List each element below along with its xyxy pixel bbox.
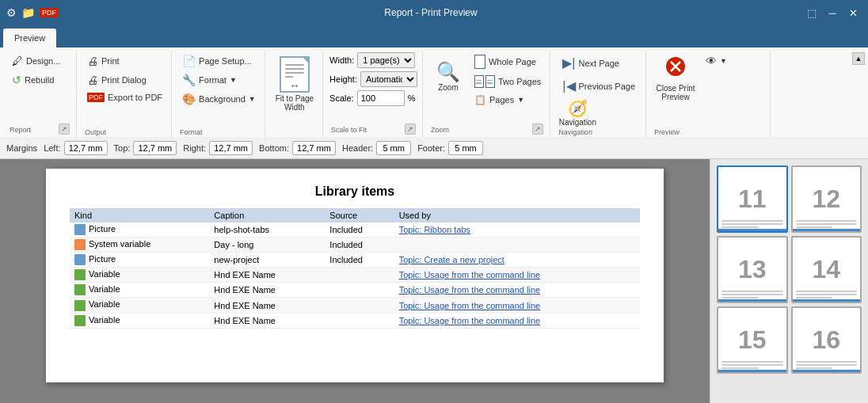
table-row: Variable Hnd EXE Name Topic: Usage from … — [70, 268, 640, 283]
ribbon-collapse-button[interactable]: ▲ — [852, 52, 865, 65]
scale-percent: % — [408, 93, 416, 103]
thumbnail-item[interactable]: 11 — [717, 165, 788, 233]
fit-group-content: ↔ Fit to PageWidth — [272, 52, 318, 127]
zoom-label: Zoom — [438, 83, 459, 92]
design-button[interactable]: 🖊 Design... — [8, 52, 71, 70]
right-label: Right: — [183, 143, 206, 153]
top-margin-field: Top: — [114, 141, 177, 155]
format-group-content: 📄 Page Setup... 🔧 Format ▼ 🎨 Background … — [178, 52, 260, 127]
zoom-group-footer: Zoom ↗ — [429, 123, 545, 137]
bottom-margin-input[interactable] — [292, 141, 336, 155]
thumb-line-short — [796, 367, 833, 369]
margins-bar: Margins Left: Top: Right: Bottom: Header… — [0, 137, 868, 159]
navigation-button[interactable]: 🧭 Navigation — [557, 98, 598, 127]
report-group-footer: Report ↗ — [8, 123, 71, 137]
thumbnail-item[interactable]: 16 — [791, 306, 862, 374]
background-button[interactable]: 🎨 Background ▼ — [178, 90, 260, 108]
thumbnail-item[interactable]: 12 — [791, 165, 862, 233]
thumbnail-item[interactable]: 15 — [717, 306, 788, 374]
thumb-number: 14 — [812, 255, 840, 284]
ribbon-group-report: 🖊 Design... ↺ Rebuild Report ↗ — [3, 51, 77, 137]
thumbnail-item[interactable]: 13 — [717, 236, 788, 303]
zoom-collapse-btn[interactable]: ↗ — [532, 124, 543, 135]
thumb-lines — [796, 291, 858, 298]
fit-page-line-4 — [285, 76, 293, 78]
thumb-line — [721, 220, 783, 222]
table-row: System variable Day - long Included — [70, 238, 640, 253]
width-select[interactable]: 1 page(s) — [357, 52, 415, 68]
previous-page-button[interactable]: |◀ Previous Page — [557, 75, 641, 97]
thumb-border — [718, 229, 786, 231]
scale-input[interactable] — [357, 90, 405, 106]
page-setup-icon: 📄 — [182, 55, 196, 67]
cell-caption: help-shot-tabs — [209, 222, 325, 238]
next-page-button[interactable]: ▶| Next Page — [557, 52, 625, 74]
table-row: Variable Hnd EXE Name Topic: Usage from … — [70, 283, 640, 298]
cell-usedby: Topic: Usage from the command line — [394, 283, 640, 298]
cell-kind: System variable — [70, 238, 209, 253]
settings-icon[interactable]: ⚙ — [6, 6, 17, 19]
thumb-line — [721, 291, 783, 292]
fit-btn-label: Fit to PageWidth — [276, 94, 314, 112]
folder-icon[interactable]: 📁 — [21, 6, 35, 19]
two-pages-icon — [474, 75, 495, 88]
format-col: 📄 Page Setup... 🔧 Format ▼ 🎨 Background … — [178, 52, 260, 108]
print-dialog-button[interactable]: 🖨 Print Dialog — [83, 71, 166, 89]
title-bar-left: ⚙ 📁 PDF — [6, 6, 59, 19]
tab-preview[interactable]: Preview — [3, 29, 56, 48]
minimize-button[interactable]: ─ — [824, 4, 841, 21]
table-row: Variable Hnd EXE Name Topic: Usage from … — [70, 298, 640, 313]
export-pdf-button[interactable]: PDF Export to PDF — [83, 90, 166, 105]
kind-icon — [74, 269, 86, 280]
pages-button[interactable]: 📋 Pages ▼ — [470, 92, 545, 108]
eye-icon: 👁 — [706, 55, 717, 67]
left-margin-input[interactable] — [64, 141, 108, 155]
top-margin-input[interactable] — [133, 141, 177, 155]
print-button[interactable]: 🖨 Print — [83, 52, 166, 70]
right-margin-input[interactable] — [209, 141, 253, 155]
thumb-line — [796, 291, 858, 292]
cell-source — [325, 268, 394, 283]
format-button[interactable]: 🔧 Format ▼ — [178, 71, 260, 89]
rebuild-button[interactable]: ↺ Rebuild — [8, 71, 71, 89]
cell-caption: Hnd EXE Name — [209, 283, 325, 298]
cell-caption: Hnd EXE Name — [209, 268, 325, 283]
thumbnail-panel: 11 12 13 14 15 — [710, 159, 868, 403]
thumb-line — [721, 294, 783, 295]
thumb-number: 13 — [738, 255, 767, 284]
cell-usedby — [394, 238, 640, 253]
margins-label: Margins — [6, 143, 37, 153]
page-title: Library items — [70, 184, 640, 199]
height-select[interactable]: Automatic — [360, 71, 417, 87]
report-col: 🖊 Design... ↺ Rebuild — [8, 52, 71, 89]
fit-to-page-button[interactable]: ↔ Fit to PageWidth — [272, 52, 318, 116]
print-icon: 🖨 — [87, 55, 98, 67]
close-button[interactable]: ✕ — [844, 4, 862, 21]
cell-caption: new-project — [209, 253, 325, 268]
cell-caption: Day - long — [209, 238, 325, 253]
scale-collapse-btn[interactable]: ↗ — [405, 124, 416, 135]
output-group-content: 🖨 Print 🖨 Print Dialog PDF Export to PDF — [83, 52, 166, 127]
footer-margin-input[interactable] — [448, 141, 483, 155]
ribbon-group-zoom: 🔍 Zoom Whole Page — [424, 51, 550, 137]
pdf-icon[interactable]: PDF — [40, 8, 59, 17]
report-collapse-btn[interactable]: ↗ — [59, 124, 70, 135]
thumb-line-short — [796, 226, 833, 228]
whole-page-button[interactable]: Whole Page — [470, 52, 545, 71]
table-row: Variable Hnd EXE Name Topic: Usage from … — [70, 313, 640, 328]
output-group-footer: Output — [83, 127, 166, 137]
thumb-number: 16 — [812, 325, 840, 355]
thumb-border — [718, 370, 786, 372]
restore-button[interactable]: ⬚ — [803, 4, 820, 21]
header-margin-field: Header: — [342, 141, 411, 155]
zoom-button[interactable]: 🔍 Zoom — [429, 52, 467, 100]
thumbnail-item[interactable]: 14 — [791, 236, 862, 303]
eye-button[interactable]: 👁 ▼ — [702, 52, 765, 70]
page-setup-button[interactable]: 📄 Page Setup... — [178, 52, 260, 70]
format-icon: 🔧 — [182, 74, 196, 86]
two-pages-button[interactable]: Two Pages — [470, 73, 545, 90]
title-bar: ⚙ 📁 PDF Report - Print Preview ⬚ ─ ✕ — [0, 0, 868, 25]
header-margin-input[interactable] — [376, 141, 411, 155]
close-preview-button[interactable]: Close PrintPreview — [653, 52, 699, 103]
fit-page-line-3 — [285, 72, 304, 74]
